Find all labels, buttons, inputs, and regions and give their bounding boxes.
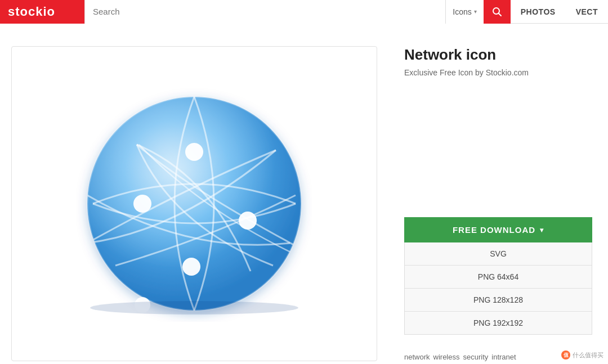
free-download-button[interactable]: FREE DOWNLOAD ▾ — [404, 217, 592, 242]
search-button[interactable] — [484, 0, 511, 24]
download-png-192[interactable]: PNG 192x192 — [405, 312, 592, 334]
search-area: Icons ▾ — [84, 0, 511, 24]
nav-vectors[interactable]: VECT — [566, 0, 608, 24]
info-panel: Network icon Exclusive Free Icon by Stoc… — [388, 35, 608, 364]
network-globe-icon — [76, 86, 312, 322]
download-section: FREE DOWNLOAD ▾ SVG PNG 64x64 PNG 128x12… — [404, 217, 592, 335]
search-type-arrow: ▾ — [474, 8, 477, 15]
search-type-dropdown[interactable]: Icons ▾ — [445, 0, 483, 24]
svg-point-6 — [133, 195, 151, 213]
svg-point-7 — [239, 212, 257, 230]
logo-area[interactable]: stockio — [0, 0, 84, 24]
tag-wireless[interactable]: wireless — [433, 353, 460, 361]
download-options: SVG PNG 64x64 PNG 128x128 PNG 192x192 — [404, 242, 592, 335]
svg-point-4 — [87, 97, 301, 311]
icon-preview-panel — [0, 35, 388, 364]
svg-point-8 — [182, 258, 200, 276]
download-svg[interactable]: SVG — [405, 242, 592, 266]
download-png-128[interactable]: PNG 128x128 — [405, 289, 592, 312]
svg-line-1 — [498, 13, 501, 16]
search-input[interactable] — [85, 0, 445, 24]
header: stockio Icons ▾ PHOTOS VECT — [0, 0, 608, 24]
download-button-label: FREE DOWNLOAD — [453, 225, 535, 235]
download-png-64[interactable]: PNG 64x64 — [405, 266, 592, 289]
icon-preview-box — [11, 46, 377, 361]
main-content: Network icon Exclusive Free Icon by Stoc… — [0, 24, 608, 364]
search-type-label: Icons — [453, 7, 471, 16]
watermark-icon: 值 — [561, 350, 570, 359]
watermark: 值 什么值得买 — [561, 350, 603, 359]
svg-point-5 — [185, 143, 203, 161]
download-arrow: ▾ — [540, 226, 544, 234]
search-icon — [492, 7, 502, 17]
nav-photos[interactable]: PHOTOS — [511, 0, 566, 24]
tag-security[interactable]: security — [463, 353, 489, 361]
icon-subtitle: Exclusive Free Icon by Stockio.com — [404, 68, 592, 77]
tag-intranet[interactable]: intranet — [491, 353, 516, 361]
watermark-text: 什么值得买 — [573, 351, 603, 359]
tag-network[interactable]: network — [404, 353, 430, 361]
nav-links: PHOTOS VECT — [511, 0, 608, 24]
logo: stockio — [8, 5, 55, 19]
svg-point-11 — [90, 301, 298, 314]
icon-title: Network icon — [404, 46, 592, 64]
